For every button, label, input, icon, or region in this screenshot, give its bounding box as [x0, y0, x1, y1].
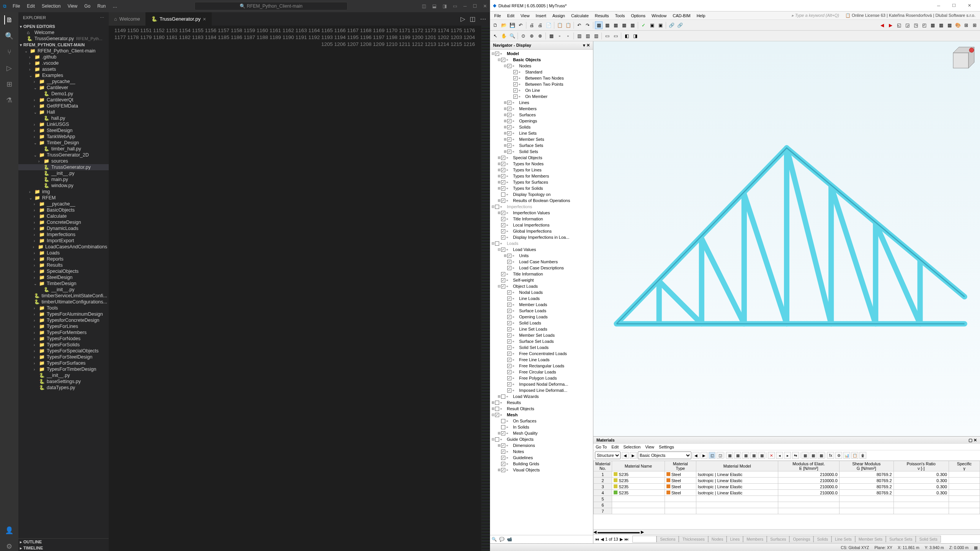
- nav-item[interactable]: ▫Line Set Loads: [490, 326, 593, 332]
- nav-item[interactable]: ⊞▫Member Sets: [490, 136, 593, 142]
- folder-item[interactable]: ›📁TypesForAluminumDesign: [18, 311, 109, 317]
- file-item[interactable]: 🐍__init__.py: [18, 372, 109, 378]
- menu-help[interactable]: Help: [694, 13, 708, 19]
- nav-item[interactable]: ▫On Line: [490, 87, 593, 93]
- minimize-icon[interactable]: ─: [463, 3, 467, 9]
- nav-item[interactable]: ▫On Surfaces: [490, 418, 593, 424]
- nav-item[interactable]: ▫Self-weight: [490, 277, 593, 283]
- run-icon[interactable]: ▷: [461, 15, 465, 23]
- maximize-icon[interactable]: ☐: [946, 3, 962, 8]
- prev2-icon[interactable]: ◀: [693, 452, 699, 459]
- nav-item[interactable]: ▫Display Imperfections in Loa...: [490, 234, 593, 240]
- table-row[interactable]: 1 S235 SteelIsotropic | Linear Elastic21…: [594, 471, 980, 478]
- nav-item[interactable]: ⊟▫Loads: [490, 240, 593, 246]
- mt-n-icon[interactable]: fx: [827, 452, 834, 459]
- menu-file[interactable]: File: [10, 2, 23, 10]
- nav-item[interactable]: ⊞▫Results: [490, 399, 593, 406]
- keyword-search[interactable]: ▸ Type a keyword (Alt+Q): [789, 12, 842, 19]
- menu-…[interactable]: …: [109, 2, 120, 10]
- mt-l-icon[interactable]: ▦: [810, 452, 817, 459]
- folder-item[interactable]: ›📁LinkUSGS: [18, 121, 109, 127]
- mt-j-icon[interactable]: ⇆: [792, 452, 799, 459]
- mt-f-icon[interactable]: ▦: [750, 452, 757, 459]
- mt-c-icon[interactable]: ▦: [726, 452, 733, 459]
- nav-item[interactable]: ⊞▫Solids: [490, 124, 593, 130]
- materials-table[interactable]: MaterialNo.Material NameMaterialTypeMate…: [593, 461, 980, 529]
- paste-icon[interactable]: 📋: [564, 21, 572, 29]
- folder-item[interactable]: ›📁TypesForSolids: [18, 342, 109, 348]
- file-item[interactable]: 🐍window.py: [18, 183, 109, 189]
- nav-item[interactable]: ⊞▫Surfaces: [490, 112, 593, 118]
- mat-tab[interactable]: Lines: [727, 536, 743, 543]
- folder-item[interactable]: ›📁GetRFEMData: [18, 103, 109, 109]
- table-row[interactable]: 4 S235 SteelIsotropic | Linear Elastic21…: [594, 490, 980, 496]
- folder-item[interactable]: ›📁TypesforConcreteDesign: [18, 317, 109, 323]
- nav-dropdown-icon[interactable]: ▾: [583, 43, 585, 47]
- view-a-icon[interactable]: ◱: [895, 21, 903, 29]
- folder-item[interactable]: ›📁TypesForMembers: [18, 329, 109, 336]
- nav-item[interactable]: ⊞▫Types for Nodes: [490, 161, 593, 167]
- folder-item[interactable]: ›📁TankWebApp: [18, 134, 109, 140]
- mt-i-icon[interactable]: ▸: [784, 452, 791, 459]
- open-editor[interactable]: ⌂Welcome: [18, 29, 109, 36]
- nav-item[interactable]: ⊟▫Guide Objects: [490, 436, 593, 442]
- col-header[interactable]: Specificγ: [949, 461, 980, 471]
- view4-icon[interactable]: ▦: [620, 21, 628, 29]
- obj4-icon[interactable]: ▭: [603, 32, 611, 40]
- folder-item[interactable]: ›📁Imperfections: [18, 231, 109, 238]
- more-actions-icon[interactable]: ⋯: [480, 15, 486, 23]
- col-header[interactable]: Poisson's Ratioν [-]: [893, 461, 949, 471]
- menu-run[interactable]: Run: [94, 2, 109, 10]
- structure-select[interactable]: Structure: [595, 452, 621, 459]
- nav2-icon[interactable]: ▶: [887, 21, 894, 29]
- nav-item[interactable]: ▫Load Case Descriptions: [490, 265, 593, 271]
- nav-item[interactable]: ▫Imposed Line Deformati...: [490, 387, 593, 393]
- delete-icon[interactable]: ✕: [768, 452, 775, 459]
- col-header[interactable]: Material Model: [696, 461, 778, 471]
- close-icon[interactable]: ✕: [962, 3, 977, 8]
- obj1-icon[interactable]: ▥: [575, 32, 583, 40]
- folder-item[interactable]: ›📁assets: [18, 66, 109, 72]
- open-editor[interactable]: 🐍TrussGenerator.pyRFEM_Pyth...: [18, 36, 109, 42]
- tool-a-icon[interactable]: ▫: [556, 32, 564, 40]
- nav-item[interactable]: ⊟▫Basic Objects: [490, 57, 593, 63]
- table-row[interactable]: 2 S235 SteelIsotropic | Linear Elastic21…: [594, 478, 980, 484]
- nav-item[interactable]: ⊞▫Results of Boolean Operations: [490, 197, 593, 204]
- nav-item[interactable]: ▫Local Imperfections: [490, 222, 593, 228]
- folder-item[interactable]: ⌄📁Examples: [18, 72, 109, 78]
- print-icon[interactable]: 🖨: [528, 21, 536, 29]
- editor-tab[interactable]: 🐍TrussGenerator.py×: [146, 12, 212, 26]
- mat-close-icon[interactable]: ✕: [973, 438, 977, 442]
- folder-item[interactable]: ›📁__pycache__: [18, 78, 109, 85]
- next-page-icon[interactable]: ▶: [620, 537, 623, 542]
- file-item[interactable]: 🐍Demo1.py: [18, 91, 109, 97]
- check-icon[interactable]: ✓: [640, 21, 647, 29]
- link1-icon[interactable]: 🔗: [668, 21, 675, 29]
- run-debug-icon[interactable]: ▷: [5, 64, 14, 73]
- nav-item[interactable]: ▫Surface Loads: [490, 308, 593, 314]
- nav-item[interactable]: ⊞▫Imperfection Values: [490, 210, 593, 216]
- nav-help-icon[interactable]: 💬: [499, 537, 505, 542]
- print2-icon[interactable]: 🖨: [536, 21, 544, 29]
- col-header[interactable]: Material Name: [612, 461, 665, 471]
- save-icon[interactable]: 💾: [508, 21, 516, 29]
- file-item[interactable]: 🐍__init__.py: [18, 170, 109, 176]
- folder-item[interactable]: ›📁ConcreteDesign: [18, 219, 109, 225]
- folder-item[interactable]: ›📁LoadCasesAndCombinations: [18, 244, 109, 250]
- menu-options[interactable]: Options: [628, 13, 648, 19]
- mat-tab[interactable]: Surface Sets: [886, 536, 916, 543]
- mat-tab[interactable]: Surfaces: [767, 536, 789, 543]
- menu-selection[interactable]: Selection: [39, 2, 64, 10]
- mt-m-icon[interactable]: ▦: [818, 452, 825, 459]
- mat-tab[interactable]: Nodes: [708, 536, 727, 543]
- mt-e-icon[interactable]: ▦: [742, 452, 749, 459]
- maximize-icon[interactable]: ☐: [473, 3, 477, 9]
- nav-item[interactable]: ⊟▫Load Values: [490, 246, 593, 253]
- menu-file[interactable]: File: [492, 13, 504, 19]
- menu-results[interactable]: Results: [592, 13, 612, 19]
- folder-item[interactable]: ›📁SteelDesign: [18, 127, 109, 134]
- nav-item[interactable]: ▫Imposed Nodal Deforma...: [490, 381, 593, 387]
- file-item[interactable]: 🐍timberUltimateConfigurations...: [18, 299, 109, 305]
- nav-item[interactable]: ▫Member Set Loads: [490, 332, 593, 338]
- extensions-icon[interactable]: ⊞: [5, 80, 14, 89]
